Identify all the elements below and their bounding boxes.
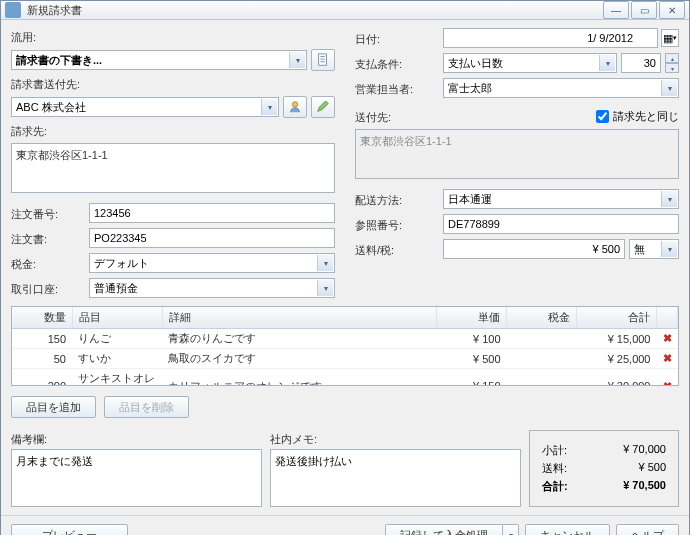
table-row[interactable]: 50すいか鳥取のスイカです¥ 500¥ 25,000✖ — [12, 349, 678, 369]
col-item[interactable]: 品目 — [72, 307, 162, 329]
chevron-down-icon: ▾ — [661, 191, 677, 207]
line-items-table: 数量 品目 詳細 単価 税金 合計 150りんご青森のりんごです¥ 100¥ 1… — [11, 306, 679, 386]
chevron-down-icon: ▾ — [261, 99, 277, 115]
maximize-button[interactable]: ▭ — [631, 1, 657, 19]
cell-item: サンキストオレンジ — [72, 369, 162, 387]
spin-up-button[interactable]: ▴ — [665, 53, 679, 63]
date-label: 日付: — [355, 32, 435, 47]
shipping-label: 送料: — [542, 461, 567, 476]
sales-rep-value: 富士太郎 — [448, 81, 492, 96]
ref-no-input[interactable] — [443, 214, 679, 234]
order-no-input[interactable] — [89, 203, 335, 223]
ship-method-combo[interactable]: 日本通運 ▾ — [443, 189, 679, 209]
cell-item: りんご — [72, 329, 162, 349]
calendar-button[interactable]: ▦▾ — [661, 29, 679, 47]
cell-tax — [507, 369, 577, 387]
subtotal-value: ¥ 70,000 — [623, 443, 666, 458]
cell-total: ¥ 25,000 — [577, 349, 657, 369]
cell-qty: 50 — [12, 349, 72, 369]
internal-memo-textarea[interactable] — [270, 449, 521, 507]
totals-panel: 小計:¥ 70,000 送料:¥ 500 合計:¥ 70,500 — [529, 430, 679, 507]
delete-row-icon[interactable]: ✖ — [657, 329, 678, 349]
edit-icon-button[interactable] — [311, 96, 335, 118]
cell-qty: 150 — [12, 329, 72, 349]
pencil-icon — [316, 100, 330, 114]
ref-no-label: 参照番号: — [355, 218, 435, 233]
bill-addr-label: 請求先: — [11, 124, 335, 139]
contact-icon-button[interactable] — [283, 96, 307, 118]
cell-price: ¥ 500 — [437, 349, 507, 369]
total-label: 合計: — [542, 479, 568, 494]
bill-addr-textarea[interactable] — [11, 143, 335, 193]
document-icon — [316, 53, 330, 67]
cell-item: すいか — [72, 349, 162, 369]
account-label: 取引口座: — [11, 282, 81, 297]
account-value: 普通預金 — [94, 281, 138, 296]
chevron-down-icon: ▾ — [317, 280, 333, 296]
minimize-button[interactable]: — — [603, 1, 629, 19]
same-as-bill-label: 請求先と同じ — [613, 109, 679, 124]
record-payment-button[interactable]: 記録して入金処理 — [385, 524, 503, 535]
remarks-textarea[interactable] — [11, 449, 262, 507]
date-input[interactable] — [443, 28, 658, 48]
bill-to-label: 請求書送付先: — [11, 77, 335, 92]
po-input[interactable] — [89, 228, 335, 248]
cancel-button[interactable]: キャンセル — [525, 524, 610, 535]
cell-price: ¥ 100 — [437, 329, 507, 349]
record-payment-dropdown[interactable]: ▾ — [503, 524, 519, 535]
delete-row-icon[interactable]: ✖ — [657, 349, 678, 369]
preview-button[interactable]: プレビュー — [11, 524, 128, 535]
col-price[interactable]: 単価 — [437, 307, 507, 329]
ship-tax-value: 無 — [634, 242, 645, 257]
ship-to-label: 送付先: — [355, 110, 391, 125]
window-title: 新規請求書 — [27, 3, 603, 18]
remarks-label: 備考欄: — [11, 432, 262, 447]
col-total[interactable]: 合計 — [577, 307, 657, 329]
pay-terms-label: 支払条件: — [355, 57, 435, 72]
account-combo[interactable]: 普通預金 ▾ — [89, 278, 335, 298]
same-as-bill-checkbox[interactable]: 請求先と同じ — [596, 109, 679, 124]
help-button[interactable]: ヘルプ — [616, 524, 679, 535]
ship-method-label: 配送方法: — [355, 193, 435, 208]
delete-row-icon[interactable]: ✖ — [657, 369, 678, 387]
copy-from-value: 請求書の下書き... — [16, 53, 102, 68]
chevron-down-icon: ▾ — [661, 241, 677, 257]
table-row[interactable]: 150りんご青森のりんごです¥ 100¥ 15,000✖ — [12, 329, 678, 349]
shipping-fee-input[interactable] — [443, 239, 625, 259]
close-button[interactable]: ✕ — [659, 1, 685, 19]
cell-tax — [507, 329, 577, 349]
sales-rep-label: 営業担当者: — [355, 82, 435, 97]
copy-from-combo[interactable]: 請求書の下書き... ▾ — [11, 50, 307, 70]
tax-combo[interactable]: デフォルト ▾ — [89, 253, 335, 273]
cell-tax — [507, 349, 577, 369]
spin-down-button[interactable]: ▾ — [665, 63, 679, 73]
pay-terms-value: 支払い日数 — [448, 56, 503, 71]
delete-item-button[interactable]: 品目を削除 — [104, 396, 189, 418]
bill-to-combo[interactable]: ABC 株式会社 ▾ — [11, 97, 279, 117]
subtotal-label: 小計: — [542, 443, 567, 458]
ship-addr-textarea — [355, 129, 679, 179]
col-tax[interactable]: 税金 — [507, 307, 577, 329]
ship-method-value: 日本通運 — [448, 192, 492, 207]
cell-detail: 鳥取のスイカです — [162, 349, 437, 369]
shipping-value: ¥ 500 — [638, 461, 666, 476]
tax-label: 税金: — [11, 257, 81, 272]
ship-tax-combo[interactable]: 無 ▾ — [629, 239, 679, 259]
same-as-bill-check-input[interactable] — [596, 110, 609, 123]
cell-detail: カリフォルニアのオレンジです — [162, 369, 437, 387]
total-value: ¥ 70,500 — [623, 479, 666, 494]
pay-days-input[interactable] — [621, 53, 661, 73]
document-icon-button[interactable] — [311, 49, 335, 71]
col-detail[interactable]: 詳細 — [162, 307, 437, 329]
chevron-down-icon: ▾ — [317, 255, 333, 271]
chevron-down-icon: ▾ — [289, 52, 305, 68]
pay-terms-combo[interactable]: 支払い日数 ▾ — [443, 53, 617, 73]
table-row[interactable]: 200サンキストオレンジカリフォルニアのオレンジです¥ 150¥ 30,000✖ — [12, 369, 678, 387]
chevron-down-icon: ▾ — [661, 80, 677, 96]
sales-rep-combo[interactable]: 富士太郎 ▾ — [443, 78, 679, 98]
ship-tax-label: 送料/税: — [355, 243, 435, 258]
order-no-label: 注文番号: — [11, 207, 81, 222]
bill-to-value: ABC 株式会社 — [16, 100, 86, 115]
add-item-button[interactable]: 品目を追加 — [11, 396, 96, 418]
col-qty[interactable]: 数量 — [12, 307, 72, 329]
